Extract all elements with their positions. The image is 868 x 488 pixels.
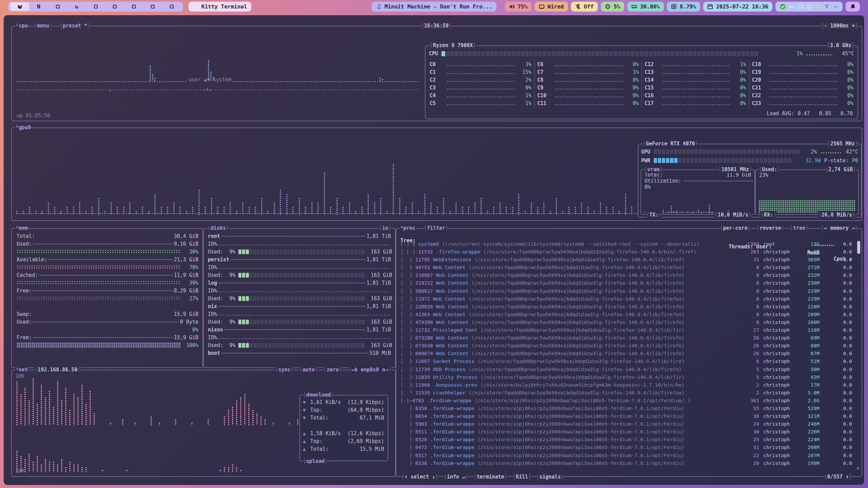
update-interval-control[interactable]: - 1000ms +: [821, 22, 858, 29]
process-scrollbar[interactable]: [857, 241, 860, 466]
disk-root-io: IO%: [208, 240, 391, 248]
scroll-down-icon[interactable]: ↓: [856, 465, 860, 471]
process-row[interactable]: ├ 6536 .ferdium-wrappe (/nix/store/a1pj8…: [396, 460, 857, 467]
process-row[interactable]: [-]-1 systemd (/run/current-system/syste…: [396, 240, 857, 248]
proc-action-terminate[interactable]: terminate: [473, 473, 508, 480]
process-row[interactable]: │ └ 11539 crashhelper (/nix/store/fqadd0…: [396, 389, 857, 397]
disk-usage-pill[interactable]: 8.79%: [667, 2, 700, 12]
workspace-7[interactable]: [124, 2, 143, 11]
workspace-1[interactable]: [10, 2, 29, 11]
window-title[interactable]: Kitty Terminal: [189, 2, 251, 12]
core-stat-c10: C100%: [534, 92, 642, 99]
process-row[interactable]: │ ├ 11739 RDD Process (/nix/store/fqadd0…: [396, 366, 857, 373]
workspace-8[interactable]: [143, 2, 162, 11]
workspace-9[interactable]: [162, 2, 181, 11]
process-row[interactable]: [-]~4783 .ferdium-wrappe (/nix/store/a1p…: [396, 397, 857, 405]
funnel-icon[interactable]: [824, 3, 830, 9]
process-row[interactable]: ├ 5983 .ferdium-wrappe (/nix/store/a1pj8…: [396, 420, 857, 428]
net-option-auto[interactable]: auto: [299, 366, 318, 373]
scrollbar-thumb[interactable]: [857, 241, 860, 254]
net-option-sync[interactable]: sync: [275, 366, 294, 373]
bluetooth-pill[interactable]: Off: [571, 2, 598, 12]
proc-option-reverse[interactable]: reverse: [756, 225, 785, 231]
proc-action-signals[interactable]: signals: [536, 473, 564, 480]
cpu-usage-pill[interactable]: 5%: [601, 2, 624, 12]
process-row[interactable]: │ ├ 220028 Web Content (/nix/store/fqadd…: [396, 303, 857, 311]
process-row[interactable]: ├ 6517 .ferdium-wrappe (/nix/store/a1pj8…: [396, 452, 857, 460]
process-row[interactable]: │ ├ 11968 .keepassxc-prox (/nix/store/bs…: [396, 381, 857, 389]
preset-button[interactable]: preset *: [59, 22, 91, 29]
workspace-5[interactable]: [86, 2, 105, 11]
mem-meter: 100%: [17, 341, 198, 349]
sort-column-selector[interactable]: ← memory →: [821, 225, 858, 231]
net-option-zero[interactable]: zero: [323, 366, 342, 373]
process-row[interactable]: │ ├ 11972 Web Content (/nix/store/fqadd0…: [396, 295, 857, 303]
workspace-4[interactable]: ↻: [67, 2, 86, 11]
process-row[interactable]: ├ 6520 .ferdium-wrappe (/nix/store/a1pj8…: [396, 436, 857, 444]
process-row[interactable]: │ ├ 673038 Web Content (/nix/store/fqadd…: [396, 342, 857, 350]
process-row[interactable]: │ ├ 41363 Web Content (/nix/store/fqadd0…: [396, 311, 857, 319]
filter-button[interactable]: filter: [423, 225, 449, 231]
cpu-total-value: 1%: [784, 50, 803, 57]
process-row[interactable]: │ ├ 673288 Web Content (/nix/store/fqadd…: [396, 334, 857, 342]
gpu-rx-graph: [758, 200, 855, 213]
process-row[interactable]: ├ 6350 .ferdium-wrappe (/nix/store/a1pj8…: [396, 405, 857, 412]
proc-action-kill[interactable]: Kill: [513, 473, 532, 480]
notification-button[interactable]: [846, 2, 860, 12]
core-stat-c6: C60%: [534, 60, 642, 68]
cat-icon: [193, 3, 199, 9]
process-row[interactable]: │ ├ 219152 Web Content (/nix/store/fqadd…: [396, 279, 857, 287]
process-row[interactable]: │ ├ 580017 Web Content (/nix/store/fqadd…: [396, 287, 857, 295]
proc-option-tree[interactable]: tree: [790, 225, 809, 231]
mustache-icon[interactable]: [788, 3, 794, 9]
process-row[interactable]: │ ├ 11607 Socket Process (/nix/store/fqa…: [396, 358, 857, 365]
cpu-frequency-label: 3.0 GHz: [827, 42, 855, 49]
net-stat-row: ▼Total:67,1 MiB: [303, 414, 384, 422]
clock-pill[interactable]: 2025-07-22 16:36: [703, 2, 772, 12]
process-row[interactable]: │ ├ 218067 Web Content (/nix/store/fqadd…: [396, 271, 857, 279]
process-row[interactable]: ├ 6472 .ferdium-wrappe (/nix/store/a1pj8…: [396, 444, 857, 451]
workspace-2[interactable]: N: [29, 2, 48, 11]
mem-meter: 30%: [17, 248, 198, 256]
proc-action-info-[interactable]: info ↵: [443, 473, 469, 480]
net-option--b-enp8s0-n-[interactable]: ←b enp8s0 n→: [348, 366, 392, 373]
proc-action--select-[interactable]: ↑ select ↓: [401, 473, 438, 480]
core-stat-c18: C180%: [749, 60, 856, 68]
process-row[interactable]: │ [-]-11532 .firefox-wrappe (/nix/store/…: [396, 248, 857, 256]
process-row[interactable]: │ ├ 11795 WebExtensions (/nix/store/fqad…: [396, 256, 857, 264]
network-speed-stats: ▼1,61 KiB/s(12,9 Kibps)▼Top:(64,9 Mibps)…: [300, 395, 388, 453]
disk-nixos: nixos1,81 TiB: [208, 326, 391, 333]
menu-button[interactable]: menu: [34, 22, 53, 29]
disks-io-toggle[interactable]: io: [379, 225, 392, 231]
phone-icon[interactable]: [806, 3, 812, 9]
network-pill[interactable]: Wired: [535, 2, 568, 12]
process-row[interactable]: │ ├ 11732 Privileged Cont (/nix/store/fq…: [396, 326, 857, 334]
process-row[interactable]: │ ├ 11839 Utility Process (/nix/store/fq…: [396, 373, 857, 381]
cpu-panel-title: ¹cpu: [15, 22, 28, 29]
memory-usage-pill[interactable]: 30.06%: [627, 2, 664, 12]
music-widget[interactable]: ♫ Minuit Machine - Don't Run Fro...: [372, 2, 496, 12]
key-icon[interactable]: [815, 3, 821, 9]
status-bar: N↻ Kitty Terminal ♫ Minuit Machine - Don…: [0, 0, 868, 13]
kitty-terminal-window: ¹cpu menu preset * 16:36:59 - 1000ms + u…: [3, 15, 865, 485]
process-row[interactable]: │ ├ 689674 Web Content (/nix/store/fqadd…: [396, 350, 857, 358]
process-row[interactable]: ├ 6511 .ferdium-wrappe (/nix/store/a1pj8…: [396, 428, 857, 436]
gpu-usage-label: GPU: [641, 149, 650, 155]
process-row[interactable]: │ ├ 479390 Web Content (/nix/store/fqadd…: [396, 319, 857, 326]
proc-option-per-core[interactable]: per-core: [719, 225, 751, 231]
core-stat-c19: C190%: [749, 68, 856, 76]
gpu-tx-label: TX:: [646, 211, 662, 218]
check-circle-icon[interactable]: [780, 3, 786, 9]
mem-row-free: Free:8,29 GiB: [17, 287, 198, 294]
window-icon[interactable]: [797, 3, 803, 9]
network-address: 192.168.86.50: [34, 366, 81, 373]
process-row[interactable]: ├ 6654 .ferdium-wrappe (/nix/store/a1pj8…: [396, 412, 857, 420]
core-stat-c5: C51%: [427, 99, 534, 107]
mem-meter: 70%: [17, 263, 198, 271]
workspace-3[interactable]: [48, 2, 67, 11]
workspace-6[interactable]: [105, 2, 124, 11]
volume-pill[interactable]: 75%: [505, 2, 532, 12]
cpu-history-graph: user ▲▼ system: [16, 30, 419, 115]
keyboard-icon[interactable]: [832, 3, 839, 9]
process-row[interactable]: │ ├ 94753 Web Content (/nix/store/fqadd0…: [396, 264, 857, 271]
